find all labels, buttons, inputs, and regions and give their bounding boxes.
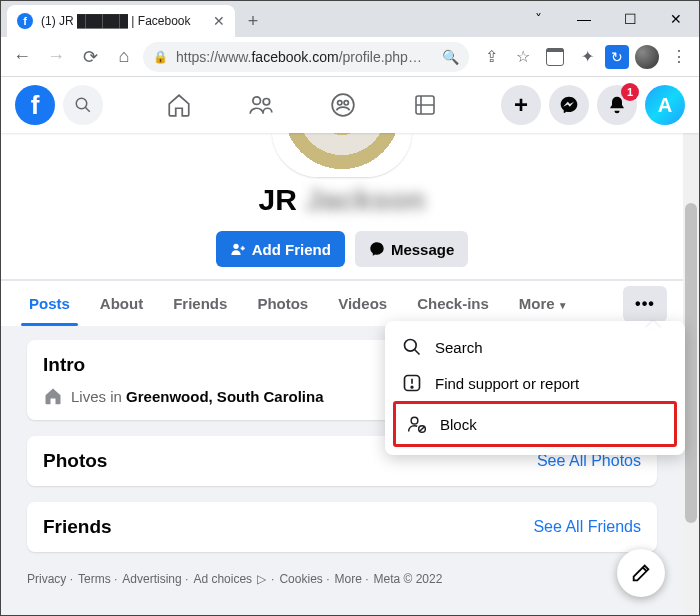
- browser-toolbar: ← → ⟳ ⌂ 🔒 https://www.facebook.com/profi…: [1, 37, 699, 77]
- tab-title: (1) JR ██████ | Facebook: [41, 14, 191, 28]
- account-avatar[interactable]: A: [645, 85, 685, 125]
- footer-meta: Meta © 2022: [374, 572, 443, 586]
- menu-search[interactable]: Search: [393, 329, 677, 365]
- intro-place[interactable]: Greenwood, South Carolina: [126, 388, 324, 405]
- url-text: https://www.facebook.com/profile.php…: [176, 49, 422, 65]
- facebook-favicon: f: [17, 13, 33, 29]
- adchoices-icon: ▷: [257, 572, 266, 586]
- report-icon: [401, 373, 423, 393]
- extensions-icon[interactable]: ✦: [573, 43, 601, 71]
- browser-actions: ⇪ ☆ ✦ ↻ ⋮: [473, 43, 693, 71]
- reading-list-icon[interactable]: [541, 43, 569, 71]
- footer-privacy[interactable]: Privacy: [27, 572, 73, 586]
- footer-advertising[interactable]: Advertising: [122, 572, 188, 586]
- facebook-header: f + 1 A: [1, 77, 699, 133]
- menu-report-label: Find support or report: [435, 375, 579, 392]
- home-icon[interactable]: [161, 87, 197, 123]
- tab-friends[interactable]: Friends: [161, 281, 239, 326]
- page-footer: Privacy Terms Advertising Ad choices ▷ ·…: [1, 566, 683, 606]
- footer-more[interactable]: More: [334, 572, 368, 586]
- profile-avatar-icon[interactable]: [633, 43, 661, 71]
- new-tab-button[interactable]: +: [239, 7, 267, 35]
- url-prefix: https://www.: [176, 49, 251, 65]
- create-button[interactable]: +: [501, 85, 541, 125]
- friends-card: Friends See All Friends: [27, 502, 657, 552]
- more-actions-menu: Search Find support or report Block: [385, 321, 685, 455]
- friends-heading: Friends: [43, 516, 112, 538]
- intro-prefix: Lives in: [71, 388, 126, 405]
- footer-cookies[interactable]: Cookies: [279, 572, 329, 586]
- photos-heading: Photos: [43, 450, 107, 472]
- compose-fab[interactable]: [617, 549, 665, 597]
- menu-report[interactable]: Find support or report: [393, 365, 677, 401]
- profile-tabs: Posts About Friends Photos Videos Check-…: [1, 280, 683, 326]
- maximize-button[interactable]: ☐: [607, 1, 653, 37]
- profile-name: JR Jackson: [1, 183, 683, 217]
- svg-point-9: [405, 340, 417, 352]
- page-scrollbar[interactable]: [683, 133, 699, 615]
- menu-search-label: Search: [435, 339, 483, 356]
- footer-adchoices[interactable]: Ad choices: [193, 572, 252, 586]
- profile-cover: JR Jackson Add Friend Message: [1, 133, 683, 280]
- facebook-center-nav: [103, 87, 501, 123]
- address-bar[interactable]: 🔒 https://www.facebook.com/profile.php… …: [143, 42, 469, 72]
- groups-icon[interactable]: [325, 87, 361, 123]
- gaming-icon[interactable]: [407, 87, 443, 123]
- add-friend-button[interactable]: Add Friend: [216, 231, 345, 267]
- facebook-logo[interactable]: f: [15, 85, 55, 125]
- browser-titlebar: f (1) JR ██████ | Facebook ✕ + ˅ — ☐ ✕: [1, 1, 699, 37]
- search-icon: [401, 337, 423, 357]
- tab-checkins[interactable]: Check-ins: [405, 281, 501, 326]
- notifications-button[interactable]: 1: [597, 85, 637, 125]
- browser-tab[interactable]: f (1) JR ██████ | Facebook ✕: [7, 5, 235, 37]
- menu-block-label: Block: [440, 416, 477, 433]
- zoom-icon[interactable]: 🔍: [442, 49, 459, 65]
- svg-line-16: [420, 427, 425, 432]
- forward-button[interactable]: →: [41, 42, 71, 72]
- messenger-button[interactable]: [549, 85, 589, 125]
- see-all-friends-link[interactable]: See All Friends: [533, 518, 641, 536]
- svg-point-14: [411, 417, 418, 424]
- share-icon[interactable]: ⇪: [477, 43, 505, 71]
- footer-terms[interactable]: Terms: [78, 572, 117, 586]
- pencil-icon: [630, 562, 652, 584]
- svg-point-5: [338, 101, 342, 105]
- menu-block[interactable]: Block: [398, 406, 670, 442]
- scrollbar-thumb[interactable]: [685, 203, 697, 523]
- profile-picture[interactable]: [272, 133, 412, 177]
- window-controls: ˅ — ☐ ✕: [515, 1, 699, 37]
- facebook-right-nav: + 1 A: [501, 85, 685, 125]
- svg-point-0: [76, 98, 87, 109]
- profile-actions: Add Friend Message: [1, 231, 683, 267]
- close-tab-icon[interactable]: ✕: [213, 13, 225, 29]
- tab-photos[interactable]: Photos: [245, 281, 320, 326]
- svg-line-1: [85, 107, 90, 112]
- lock-icon: 🔒: [153, 50, 168, 64]
- profile-name-last: Jackson: [305, 183, 425, 216]
- add-friend-label: Add Friend: [252, 241, 331, 258]
- tab-videos[interactable]: Videos: [326, 281, 399, 326]
- block-user-icon: [406, 414, 428, 434]
- bookmark-icon[interactable]: ☆: [509, 43, 537, 71]
- friends-icon[interactable]: [243, 87, 279, 123]
- highlight-block: Block: [393, 401, 677, 447]
- home-button[interactable]: ⌂: [109, 42, 139, 72]
- minimize-button[interactable]: —: [561, 1, 607, 37]
- facebook-search-button[interactable]: [63, 85, 103, 125]
- reload-button[interactable]: ⟳: [75, 42, 105, 72]
- back-button[interactable]: ←: [7, 42, 37, 72]
- message-button[interactable]: Message: [355, 231, 468, 267]
- chrome-menu-icon[interactable]: ⋮: [665, 43, 693, 71]
- profile-name-first: JR: [259, 183, 297, 216]
- update-chrome-button[interactable]: ↻: [605, 45, 629, 69]
- tab-more[interactable]: More▼: [507, 281, 580, 326]
- tab-more-label: More: [519, 295, 555, 312]
- url-path: /profile.php…: [339, 49, 422, 65]
- tab-search-icon[interactable]: ˅: [515, 1, 561, 37]
- url-domain: facebook.com: [251, 49, 338, 65]
- close-window-button[interactable]: ✕: [653, 1, 699, 37]
- tab-posts[interactable]: Posts: [17, 281, 82, 326]
- svg-line-10: [415, 350, 420, 355]
- svg-point-2: [253, 97, 261, 105]
- tab-about[interactable]: About: [88, 281, 155, 326]
